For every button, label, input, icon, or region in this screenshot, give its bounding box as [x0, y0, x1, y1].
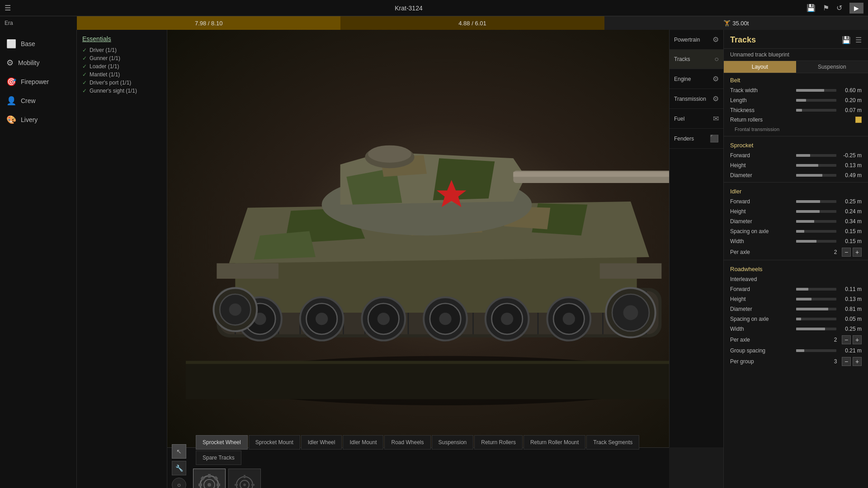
- tab-idler-mount[interactable]: Idler Mount: [343, 435, 383, 450]
- powertrain-button[interactable]: Powertrain ⚙: [670, 30, 723, 50]
- rw-spacing-slider[interactable]: [796, 318, 836, 320]
- svg-point-80: [236, 477, 253, 488]
- thickness-slider[interactable]: [796, 109, 836, 112]
- length-slider[interactable]: [796, 99, 836, 102]
- tab-sprocket-mount[interactable]: Sprocket Mount: [249, 435, 300, 450]
- svg-point-54: [439, 313, 451, 325]
- tab-return-rollers[interactable]: Return Rollers: [474, 435, 523, 450]
- sidebar-item-firepower[interactable]: 🎯 Firepower: [0, 72, 76, 91]
- idler-forward-slider[interactable]: [796, 200, 836, 203]
- tracks-save-icon[interactable]: 💾: [842, 36, 851, 44]
- tab-spare-tracks[interactable]: Spare Tracks: [196, 450, 241, 465]
- tab-idler-wheel[interactable]: Idler Wheel: [301, 435, 342, 450]
- essentials-title: Essentials: [82, 35, 161, 42]
- circle-tool-button[interactable]: ○: [172, 478, 186, 488]
- rw-per-axle-label: Per axle: [730, 337, 793, 343]
- fenders-button[interactable]: Fenders ⬛: [670, 129, 723, 149]
- sidebar-label-mobility: Mobility: [18, 59, 39, 66]
- return-rollers-row: Return rollers: [724, 115, 868, 124]
- idler-per-axle-minus[interactable]: −: [842, 248, 851, 257]
- rw-width-value: 0.25 m: [839, 326, 862, 332]
- play-button[interactable]: ▶: [849, 3, 863, 14]
- tab-layout[interactable]: Layout: [724, 61, 796, 73]
- sprocket-diameter-slider[interactable]: [796, 174, 836, 177]
- center-area: Powertrain ⚙ Tracks ○ Engine ⚙ Transmiss…: [167, 30, 723, 488]
- save-icon[interactable]: 💾: [807, 4, 816, 12]
- tab-return-roller-mount[interactable]: Return Roller Mount: [524, 435, 585, 450]
- sidebar-item-mobility[interactable]: ⚙ Mobility: [0, 53, 76, 72]
- svg-rect-74: [198, 483, 202, 486]
- idler-per-axle-plus[interactable]: +: [853, 248, 862, 257]
- rw-width-slider[interactable]: [796, 328, 836, 330]
- idler-per-axle-value: 2: [831, 249, 840, 255]
- sprocket-height-slider[interactable]: [796, 164, 836, 167]
- sidebar-item-crew[interactable]: 👤 Crew: [0, 91, 76, 110]
- svg-point-82: [243, 483, 246, 486]
- rw-per-axle-plus[interactable]: +: [853, 335, 862, 344]
- track-width-slider[interactable]: [796, 89, 836, 92]
- essential-driver-label: Driver (1/1): [90, 47, 117, 53]
- tab-suspension[interactable]: Suspension: [432, 435, 474, 450]
- sidebar-label-base: Base: [21, 40, 35, 47]
- rw-diameter-label: Diameter: [730, 306, 793, 312]
- essential-drivers-port: ✓ Driver's port (1/1): [82, 80, 161, 86]
- svg-point-63: [623, 305, 638, 320]
- idler-height-row: Height 0.24 m: [724, 206, 868, 216]
- svg-rect-68: [186, 361, 717, 364]
- rw-height-slider[interactable]: [796, 298, 836, 300]
- rw-per-group-plus[interactable]: +: [853, 357, 862, 366]
- tab-track-segments[interactable]: Track Segments: [586, 435, 639, 450]
- tracks-icon: ○: [714, 55, 719, 63]
- engine-icon: ⚙: [712, 75, 719, 83]
- hamburger-icon[interactable]: ☰: [5, 4, 11, 12]
- check-icon-loader: ✓: [82, 63, 87, 70]
- svg-point-66: [229, 304, 241, 316]
- blueprint-name: Unnamed track blueprint: [724, 49, 868, 61]
- return-rollers-checkbox[interactable]: [855, 117, 862, 123]
- essentials-panel: Essentials ✓ Driver (1/1) ✓ Gunner (1/1)…: [77, 30, 167, 488]
- rw-spacing-row: Spacing on axle 0.05 m: [724, 314, 868, 324]
- wrench-tool-button[interactable]: 🔧: [172, 461, 186, 475]
- tracks-panel: Tracks 💾 ☰ Unnamed track blueprint Layou…: [723, 30, 868, 488]
- bottom-tools: ↖ 🔧 ○: [172, 444, 186, 488]
- pointer-tool-button[interactable]: ↖: [172, 444, 186, 459]
- idler-spacing-row: Spacing on axle 0.15 m: [724, 226, 868, 236]
- rw-spacing-value: 0.05 m: [839, 316, 862, 322]
- svg-marker-30: [254, 231, 316, 260]
- system-buttons: Powertrain ⚙ Tracks ○ Engine ⚙ Transmiss…: [669, 30, 723, 447]
- rw-group-spacing-value: 0.21 m: [839, 347, 862, 354]
- idler-diameter-slider[interactable]: [796, 220, 836, 223]
- part-thumbnail-2[interactable]: [228, 469, 261, 488]
- flag-icon[interactable]: ⚑: [823, 4, 829, 12]
- rw-height-row: Height 0.13 m: [724, 294, 868, 304]
- tab-road-wheels[interactable]: Road Wheels: [384, 435, 430, 450]
- rw-forward-slider[interactable]: [796, 288, 836, 291]
- idler-width-value: 0.15 m: [839, 238, 862, 244]
- refresh-icon[interactable]: ↺: [836, 4, 842, 12]
- rw-per-axle-row: Per axle 2 − +: [724, 334, 868, 346]
- part-thumbnail-1[interactable]: [193, 469, 226, 488]
- rw-diameter-slider[interactable]: [796, 308, 836, 310]
- tab-sprocket-wheel[interactable]: Sprocket Wheel: [196, 435, 248, 450]
- interleaved-label: Interleaved: [730, 276, 793, 282]
- fuel-button[interactable]: Fuel ✉: [670, 109, 723, 129]
- rw-group-spacing-slider[interactable]: [796, 349, 836, 352]
- transmission-button[interactable]: Transmission ⚙: [670, 89, 723, 109]
- sprocket-forward-slider[interactable]: [796, 154, 836, 157]
- sidebar-item-base[interactable]: ⬜ Base: [0, 34, 76, 53]
- rw-per-axle-minus[interactable]: −: [842, 335, 851, 344]
- idler-width-slider[interactable]: [796, 240, 836, 243]
- app-title: Krat-3124: [395, 5, 422, 12]
- rw-forward-row: Forward 0.11 m: [724, 284, 868, 294]
- idler-spacing-value: 0.15 m: [839, 228, 862, 235]
- tracks-button[interactable]: Tracks ○: [670, 50, 723, 69]
- tab-suspension[interactable]: Suspension: [796, 61, 868, 73]
- rw-group-spacing-label: Group spacing: [730, 347, 793, 354]
- idler-spacing-slider[interactable]: [796, 230, 836, 233]
- sidebar-label-livery: Livery: [21, 116, 38, 123]
- sidebar-item-livery[interactable]: 🎨 Livery: [0, 110, 76, 129]
- idler-height-slider[interactable]: [796, 210, 836, 213]
- rw-per-group-minus[interactable]: −: [842, 357, 851, 366]
- tracks-list-icon[interactable]: ☰: [855, 36, 862, 44]
- engine-button[interactable]: Engine ⚙: [670, 69, 723, 89]
